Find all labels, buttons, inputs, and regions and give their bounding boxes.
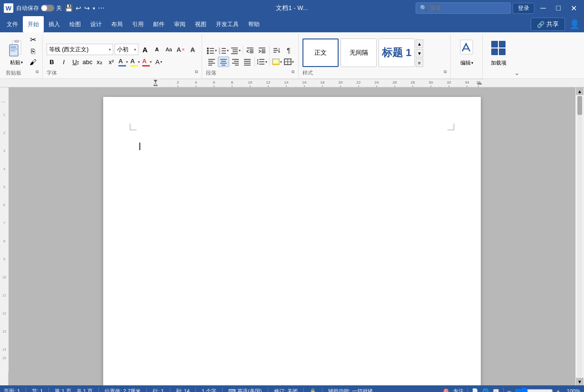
cut-button[interactable]: ✂	[28, 34, 39, 45]
copy-button[interactable]: ⎘	[28, 46, 39, 56]
menu-insert[interactable]: 插入	[44, 16, 65, 32]
multilevel-list-button[interactable]: ▾	[230, 45, 241, 56]
menu-developer[interactable]: 开发工具	[211, 16, 243, 32]
scroll-up-button[interactable]: ▲	[576, 87, 584, 95]
line-spacing-button[interactable]: ▾	[256, 57, 268, 67]
scroll-down-button[interactable]: ▼	[576, 378, 584, 385]
close-button[interactable]: ✕	[567, 1, 580, 15]
bold-button[interactable]: B	[47, 57, 57, 67]
addins-button[interactable]: 加载项	[487, 38, 510, 68]
menu-draw[interactable]: 绘图	[65, 16, 86, 32]
menu-review[interactable]: 审阅	[169, 16, 190, 32]
status-language[interactable]: ⌨ 英语(美国)	[228, 388, 262, 392]
align-center-button[interactable]	[218, 57, 229, 67]
change-case-button[interactable]: Aa	[164, 44, 174, 55]
show-marks-button[interactable]: ¶	[283, 45, 294, 56]
user-profile-button[interactable]: 👤	[567, 18, 582, 31]
borders-button[interactable]: ▾	[283, 57, 294, 67]
redo-icon[interactable]: ↪	[84, 4, 90, 12]
svg-text:☁: ☁	[477, 79, 482, 86]
menu-references[interactable]: 引用	[127, 16, 148, 32]
svg-point-6	[207, 48, 209, 49]
menu-layout[interactable]: 布局	[107, 16, 127, 32]
clear-formatting-button[interactable]: A ✕	[175, 44, 186, 55]
style-normal[interactable]: 正文	[302, 38, 339, 67]
text-color-button[interactable]: A ▾	[142, 57, 152, 67]
zoom-slider[interactable]	[515, 387, 553, 392]
zoom-out-button[interactable]: ─	[507, 388, 511, 392]
document-canvas[interactable]	[9, 87, 575, 385]
styles-scroll-up[interactable]: ▲	[416, 39, 423, 48]
editing-button[interactable]: 编辑▾	[455, 36, 478, 68]
underline-button[interactable]: U ▾	[70, 57, 81, 67]
view-read-button[interactable]: 📖	[493, 388, 499, 392]
menu-design[interactable]: 设计	[86, 16, 107, 32]
customize-icon[interactable]: ▾	[93, 6, 95, 11]
style-heading1[interactable]: 标题 1	[379, 38, 415, 67]
login-button[interactable]: 登录	[513, 3, 535, 14]
text-effects-button[interactable]: A	[187, 44, 198, 55]
menu-file[interactable]: 文件	[2, 16, 23, 32]
increase-indent-button[interactable]	[256, 45, 268, 56]
scroll-track[interactable]	[577, 96, 582, 377]
shrink-font-button[interactable]: A	[152, 44, 162, 55]
restore-button[interactable]: □	[552, 1, 565, 15]
align-left-button[interactable]	[206, 57, 217, 67]
menu-home[interactable]: 开始	[23, 16, 44, 32]
styles-gallery: 正文 无间隔 标题 1	[302, 38, 415, 67]
save-icon[interactable]: 💾	[65, 4, 73, 12]
sort-button[interactable]	[271, 45, 282, 56]
styles-expand[interactable]: ⧉	[444, 69, 447, 75]
scroll-thumb[interactable]	[577, 96, 582, 115]
strikethrough-button[interactable]: abc	[82, 57, 93, 67]
unordered-list-button[interactable]: ▾	[206, 45, 217, 56]
font-color-button[interactable]: A ▾	[118, 57, 128, 67]
char-spacing-button[interactable]: A ▾	[154, 57, 164, 67]
minimize-button[interactable]: ─	[536, 1, 550, 15]
more-commands-icon[interactable]: ⋯	[98, 4, 105, 12]
undo-icon[interactable]: ↩	[76, 4, 81, 12]
italic-button[interactable]: I	[58, 57, 69, 67]
menu-help[interactable]: 帮助	[243, 16, 264, 32]
highlight-button[interactable]: A ▾	[130, 57, 140, 67]
paste-button[interactable]: 粘贴▾	[6, 39, 27, 67]
share-button[interactable]: 🔗 共享	[531, 18, 565, 31]
format-painter-button[interactable]: 🖌	[28, 57, 39, 67]
menu-mailings[interactable]: 邮件	[148, 16, 169, 32]
document-page[interactable]	[103, 97, 481, 385]
font-expand[interactable]: ⧉	[195, 69, 198, 75]
styles-scroll-down[interactable]: ▼	[416, 49, 423, 57]
indent-markers[interactable]	[152, 79, 159, 86]
subscript-button[interactable]: x₂	[94, 57, 105, 67]
font-color-icon: A	[118, 57, 126, 67]
justify-button[interactable]	[242, 57, 253, 67]
svg-text:28: 28	[411, 80, 415, 85]
view-print-button[interactable]: 📄	[472, 388, 478, 392]
svg-text:16: 16	[302, 80, 307, 85]
paragraph-expand[interactable]: ⧉	[292, 69, 294, 75]
font-name-dropdown[interactable]: 等线 (西文正文) ▾	[47, 44, 113, 55]
align-right-button[interactable]	[230, 57, 241, 67]
autosave-toggle[interactable]	[41, 5, 54, 11]
ordered-list-button[interactable]: 1.2.3. ▾	[218, 45, 229, 56]
zoom-level[interactable]: 100%	[564, 388, 580, 392]
shading-button[interactable]: ▾	[271, 57, 282, 67]
para-divider-1	[243, 46, 243, 55]
decrease-indent-button[interactable]	[244, 45, 256, 56]
font-size-dropdown[interactable]: 小初 ▾	[115, 44, 138, 55]
styles-expand-btn[interactable]: ≡	[416, 58, 423, 67]
menu-view[interactable]: 视图	[190, 16, 211, 32]
zoom-in-button[interactable]: +	[557, 388, 560, 392]
left-ruler-svg: │ 1 2 3 4 5 6 7 8 9 10 11 12 13 14 15	[0, 87, 9, 373]
view-web-button[interactable]: 🌐	[482, 388, 489, 392]
clipboard-expand[interactable]: ⧉	[36, 69, 39, 75]
status-sep-2	[49, 388, 49, 392]
svg-text:15: 15	[2, 356, 6, 360]
superscript-button[interactable]: x²	[106, 57, 117, 67]
title-bar-search-box[interactable]: 🔍	[416, 2, 511, 14]
status-sep-3	[98, 388, 99, 392]
grow-font-button[interactable]: A	[140, 44, 150, 55]
search-input[interactable]	[430, 5, 506, 11]
ribbon-expand-button[interactable]: ⌄	[514, 34, 520, 78]
style-no-spacing[interactable]: 无间隔	[341, 38, 377, 67]
